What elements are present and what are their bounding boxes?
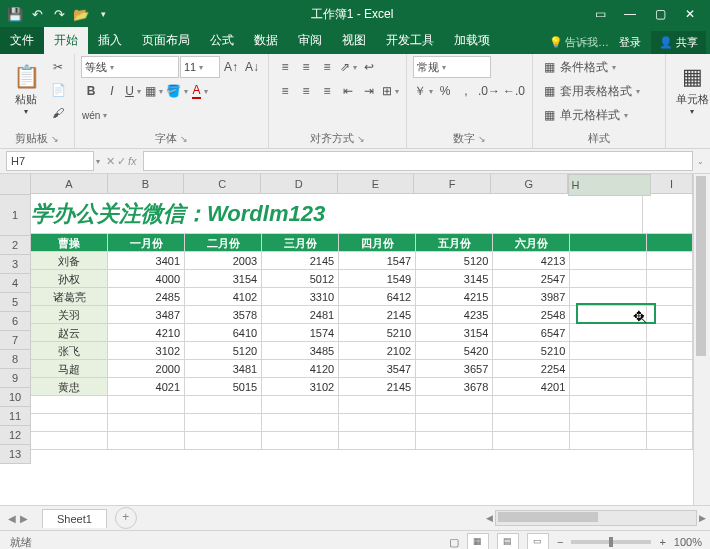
row-header[interactable]: 1 — [0, 195, 31, 236]
ribbon-options-icon[interactable]: ▭ — [586, 4, 614, 24]
cell[interactable] — [570, 324, 647, 342]
align-middle-button[interactable]: ≡ — [296, 56, 316, 78]
col-header[interactable]: I — [651, 174, 693, 194]
cell[interactable] — [185, 432, 262, 450]
name-box[interactable]: H7 — [6, 151, 94, 171]
row-header[interactable]: 13 — [0, 445, 31, 464]
cut-button[interactable]: ✂ — [48, 56, 68, 78]
cell[interactable]: 2145 — [339, 306, 416, 324]
cell[interactable] — [647, 324, 693, 342]
sheet-tab[interactable]: Sheet1 — [42, 509, 107, 528]
italic-button[interactable]: I — [102, 80, 122, 102]
zoom-level[interactable]: 100% — [674, 536, 702, 548]
number-format-select[interactable]: 常规 — [413, 56, 491, 78]
enter-formula-icon[interactable]: ✓ — [117, 155, 126, 168]
cell[interactable]: 2102 — [339, 342, 416, 360]
tab-dev[interactable]: 开发工具 — [376, 27, 444, 54]
cell[interactable]: 3102 — [262, 378, 339, 396]
font-launcher-icon[interactable]: ↘ — [180, 134, 188, 144]
cell[interactable]: 4201 — [493, 378, 570, 396]
cell[interactable]: 5210 — [493, 342, 570, 360]
hscroll-thumb[interactable] — [498, 512, 598, 522]
cell[interactable]: 二月份 — [185, 234, 262, 252]
cell[interactable] — [570, 270, 647, 288]
cell[interactable]: 1547 — [339, 252, 416, 270]
cell[interactable] — [647, 378, 693, 396]
align-right-button[interactable]: ≡ — [317, 80, 337, 102]
row-header[interactable]: 8 — [0, 350, 31, 369]
row-header[interactable]: 4 — [0, 274, 31, 293]
namebox-dropdown-icon[interactable]: ▾ — [96, 157, 100, 166]
minimize-icon[interactable]: — — [616, 4, 644, 24]
cell[interactable]: 五月份 — [416, 234, 493, 252]
cell[interactable] — [108, 414, 185, 432]
row-header[interactable]: 5 — [0, 293, 31, 312]
paste-button[interactable]: 📋粘贴▾ — [6, 56, 46, 124]
redo-icon[interactable]: ↷ — [50, 5, 68, 23]
hscroll-left-icon[interactable]: ◀ — [486, 513, 493, 523]
cell[interactable] — [262, 396, 339, 414]
cell[interactable]: 3485 — [262, 342, 339, 360]
cell[interactable]: 3481 — [185, 360, 262, 378]
fx-icon[interactable]: fx — [128, 155, 137, 168]
login-button[interactable]: 登录 — [611, 31, 649, 54]
tab-formula[interactable]: 公式 — [200, 27, 244, 54]
cell[interactable]: 刘备 — [31, 252, 108, 270]
cell[interactable] — [31, 414, 108, 432]
wrap-text-button[interactable]: ↩ — [359, 56, 379, 78]
cell[interactable] — [570, 360, 647, 378]
cell[interactable]: 3578 — [185, 306, 262, 324]
hscroll-right-icon[interactable]: ▶ — [699, 513, 706, 523]
cell[interactable]: 诸葛亮 — [31, 288, 108, 306]
cell[interactable]: 1574 — [262, 324, 339, 342]
row-header[interactable]: 3 — [0, 255, 31, 274]
cell[interactable]: 3145 — [416, 270, 493, 288]
cell[interactable]: 4120 — [262, 360, 339, 378]
percent-button[interactable]: % — [435, 80, 455, 102]
tab-data[interactable]: 数据 — [244, 27, 288, 54]
save-icon[interactable]: 💾 — [6, 5, 24, 23]
cell[interactable]: 4000 — [108, 270, 185, 288]
cell[interactable] — [647, 234, 693, 252]
tell-me[interactable]: 告诉我… — [565, 35, 609, 50]
cell[interactable]: 2547 — [493, 270, 570, 288]
tab-addin[interactable]: 加载项 — [444, 27, 500, 54]
col-header[interactable]: G — [491, 174, 568, 194]
cell[interactable]: 2254 — [493, 360, 570, 378]
indent-dec-button[interactable]: ⇤ — [338, 80, 358, 102]
cell[interactable] — [31, 432, 108, 450]
cell[interactable] — [570, 432, 647, 450]
cell[interactable]: 4213 — [493, 252, 570, 270]
cond-format-button[interactable]: ▦ 条件格式 — [539, 56, 659, 78]
cell[interactable]: 4102 — [185, 288, 262, 306]
merge-button[interactable]: ⊞ — [380, 80, 400, 102]
cell[interactable]: 3401 — [108, 252, 185, 270]
cell[interactable] — [185, 396, 262, 414]
cell[interactable]: 4021 — [108, 378, 185, 396]
maximize-icon[interactable]: ▢ — [646, 4, 674, 24]
cell[interactable]: 孙权 — [31, 270, 108, 288]
table-format-button[interactable]: ▦ 套用表格格式 — [539, 80, 659, 102]
cancel-formula-icon[interactable]: ✕ — [106, 155, 115, 168]
col-header[interactable]: F — [414, 174, 491, 194]
col-header[interactable]: B — [108, 174, 185, 194]
cell[interactable] — [570, 288, 647, 306]
number-launcher-icon[interactable]: ↘ — [478, 134, 486, 144]
row-header[interactable]: 12 — [0, 426, 31, 445]
cell[interactable]: 2548 — [493, 306, 570, 324]
formula-input[interactable] — [143, 151, 693, 171]
row-header[interactable]: 7 — [0, 331, 31, 350]
select-all-corner[interactable] — [0, 174, 31, 195]
sheet-nav-next-icon[interactable]: ▶ — [20, 513, 28, 524]
cell[interactable] — [570, 252, 647, 270]
cell[interactable] — [493, 396, 570, 414]
cell[interactable] — [262, 432, 339, 450]
font-color-button[interactable]: A — [190, 80, 210, 102]
cell[interactable] — [108, 432, 185, 450]
cell[interactable]: 5012 — [262, 270, 339, 288]
cell[interactable] — [559, 194, 643, 234]
cell[interactable]: 3678 — [416, 378, 493, 396]
cell[interactable]: 3987 — [493, 288, 570, 306]
cell[interactable]: 3487 — [108, 306, 185, 324]
accounting-button[interactable]: ￥ — [413, 80, 434, 102]
